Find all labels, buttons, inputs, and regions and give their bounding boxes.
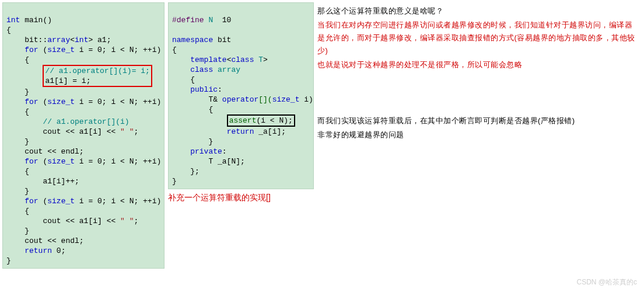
kw-int: int <box>6 16 20 25</box>
code-block-main: int main() { bit::array<int> a1; for (si… <box>2 2 164 269</box>
content-row: int main() { bit::array<int> a1; for (si… <box>2 2 642 269</box>
note-black-3: 非常好的规避越界的问题 <box>317 128 639 141</box>
note-red-1: 当我们在对内存空间进行越界访问或者越界修改的时候，我们知道针对于越界访问，编译器… <box>317 19 639 57</box>
highlight-black-box: assert(i < N); <box>227 114 295 127</box>
code-block-template-wrap: #define N 10 namespace bit { template<cl… <box>168 2 314 203</box>
code-caption: 补充一个运算符重载的实现[] <box>168 192 314 203</box>
watermark: CSDN @哈茶真的c <box>576 277 637 287</box>
explanation-column: 那么这个运算符重载的意义是啥呢？ 当我们在对内存空间进行越界访问或者越界修改的时… <box>317 2 639 142</box>
highlight-red-box: // a1.operator[](i)= i; a1[i] = i; <box>43 65 152 87</box>
spacer <box>317 72 639 113</box>
macro-define: #define <box>172 16 204 25</box>
note-question: 那么这个运算符重载的意义是啥呢？ <box>317 5 639 18</box>
note-black-2: 而我们实现该运算符重载后，在其中加个断言即可判断是否越界(严格报错) <box>317 114 639 127</box>
code-block-template: #define N 10 namespace bit { template<cl… <box>168 2 314 189</box>
note-red-2: 也就是说对于这种越界的处理不是很严格，所以可能会忽略 <box>317 58 639 71</box>
